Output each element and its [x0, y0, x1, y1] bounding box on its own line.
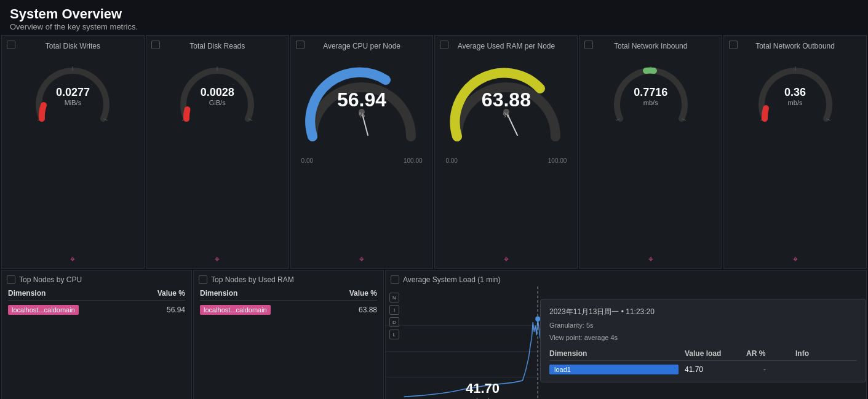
disk-reads-title: Total Disk Reads: [189, 42, 245, 52]
panel-collapse-icon[interactable]: [151, 41, 160, 49]
net-inbound-footer: ⌖: [648, 250, 653, 264]
ram-value: 63.88 %: [482, 89, 531, 119]
chart-label: 41.70 load: [466, 381, 500, 399]
disk-writes-value: 0.0277 MiB/s: [56, 85, 90, 106]
activity-icon: ⌖: [504, 254, 509, 264]
tooltip-value: 41.70: [679, 365, 740, 374]
net-outbound-footer: ⌖: [793, 250, 798, 264]
system-load-panel: Average System Load (1 min) N I D L: [385, 270, 867, 399]
bottom-row: Top Nodes by CPU Dimension Value % local…: [0, 269, 868, 399]
cpu-title: Average CPU per Node: [323, 42, 400, 52]
ram-row-value: 63.88: [359, 306, 377, 314]
top-gauge-row: Total Disk Writes 0.0277 MiB/s ⌖: [0, 35, 868, 269]
disk-reads-panel: Total Disk Reads 0.0028 GiB/s ⌖: [146, 35, 289, 269]
table-row: localhost...caldomain 56.94: [8, 303, 185, 317]
dimension-badge: localhost...caldomain: [200, 305, 271, 315]
tooltip-row: load1 41.70 -: [549, 365, 857, 374]
disk-writes-panel: Total Disk Writes 0.0277 MiB/s ⌖: [1, 35, 145, 269]
ram-footer: ⌖: [504, 250, 509, 264]
disk-reads-footer: ⌖: [215, 250, 220, 264]
top-cpu-panel: Top Nodes by CPU Dimension Value % local…: [1, 270, 192, 399]
panel-collapse-icon[interactable]: [296, 41, 305, 49]
tooltip-ar: -: [740, 365, 789, 374]
dimension-badge: localhost...caldomain: [8, 305, 79, 315]
disk-writes-title: Total Disk Writes: [46, 42, 100, 52]
net-outbound-title: Total Network Outbound: [755, 42, 835, 52]
net-inbound-gauge: 0.7716 mb/s: [608, 60, 694, 128]
net-inbound-title: Total Network Inbound: [614, 42, 687, 52]
ram-axis: 0.00 100.00: [445, 157, 567, 164]
net-outbound-gauge: 0.36 mb/s: [752, 60, 838, 128]
top-ram-panel: Top Nodes by Used RAM Dimension Value % …: [193, 270, 384, 399]
top-cpu-title: Top Nodes by CPU: [8, 275, 185, 284]
page-header: System Overview Overview of the key syst…: [0, 0, 868, 35]
panel-collapse-icon[interactable]: [199, 275, 207, 284]
chart-title: Average System Load (1 min): [386, 271, 866, 286]
panel-collapse-icon[interactable]: [7, 275, 15, 284]
net-outbound-panel: Total Network Outbound 0.36 mb/s ⌖: [723, 35, 867, 269]
disk-writes-gauge: 0.0277 MiB/s: [30, 60, 116, 128]
tooltip-dimension: load1: [549, 365, 679, 374]
cpu-row-value: 56.94: [167, 306, 185, 314]
top-ram-table-header: Dimension Value %: [200, 289, 377, 301]
ram-title: Average Used RAM per Node: [458, 42, 555, 52]
chart-tooltip: 2023年11月13日周一 • 11:23:20 Granularity: 5s…: [540, 299, 866, 382]
panel-collapse-icon[interactable]: [729, 41, 738, 49]
ram-panel: Average Used RAM per Node 63.88 % 0.00 1…: [434, 35, 578, 269]
panel-collapse-icon[interactable]: [391, 275, 399, 284]
disk-writes-footer: ⌖: [70, 250, 75, 264]
tooltip-timestamp: 2023年11月13日周一 • 11:23:20: [549, 307, 857, 317]
cpu-footer: ⌖: [359, 250, 364, 264]
activity-icon: ⌖: [359, 254, 364, 264]
page-title: System Overview: [10, 6, 858, 22]
chart-area: 41.70 load 2023年11月13日周一 • 11:23:20 Gran…: [386, 286, 866, 399]
page-subtitle: Overview of the key system metrics.: [10, 22, 858, 31]
panel-collapse-icon[interactable]: [440, 41, 448, 49]
svg-point-21: [535, 317, 540, 322]
cpu-value: 56.94 %: [337, 89, 386, 119]
ram-gauge: 63.88 %: [445, 57, 568, 155]
cpu-axis: 0.00 100.00: [301, 157, 423, 164]
cpu-gauge: 56.94 %: [300, 57, 423, 155]
activity-icon: ⌖: [793, 254, 798, 264]
cpu-panel: Average CPU per Node 56.94 % 0.00 100.00…: [290, 35, 434, 269]
activity-icon: ⌖: [648, 254, 653, 264]
panel-collapse-icon[interactable]: [584, 41, 593, 49]
table-row: localhost...caldomain 63.88: [200, 303, 377, 317]
panel-collapse-icon[interactable]: [7, 41, 15, 49]
disk-reads-gauge: 0.0028 GiB/s: [174, 60, 260, 128]
net-inbound-panel: Total Network Inbound 0.7716 mb/s ⌖: [579, 35, 722, 269]
disk-reads-value: 0.0028 GiB/s: [201, 85, 234, 106]
top-cpu-table-header: Dimension Value %: [8, 289, 185, 301]
activity-icon: ⌖: [215, 254, 220, 264]
net-inbound-value: 0.7716 mb/s: [634, 85, 667, 106]
activity-icon: ⌖: [70, 254, 75, 264]
top-ram-title: Top Nodes by Used RAM: [200, 275, 377, 284]
tooltip-header: Dimension Value load AR % Info: [549, 349, 857, 361]
net-outbound-value: 0.36 mb/s: [784, 85, 806, 106]
tooltip-meta: Granularity: 5s View point: average 4s: [549, 320, 857, 344]
